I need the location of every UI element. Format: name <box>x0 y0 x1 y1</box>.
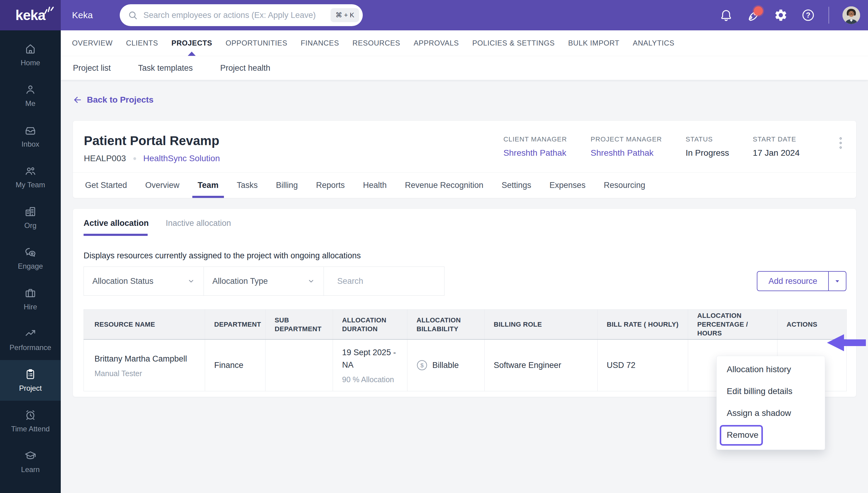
cell-resource-name: Brittany Martha Campbell Manual Tester <box>84 339 205 391</box>
nav-opportunities[interactable]: OPPORTUNITIES <box>225 30 287 56</box>
duration-value: 19 Sept 2025 - NA <box>342 346 404 371</box>
sidebar-item-inbox[interactable]: Inbox <box>0 116 61 157</box>
project-code: HEALP003 <box>84 154 126 163</box>
nav-finances[interactable]: FINANCES <box>301 30 339 56</box>
project-manager-link[interactable]: Shreshth Pathak <box>591 148 662 158</box>
tab-active-allocation[interactable]: Active allocation <box>84 219 149 236</box>
meta-start-date: START DATE 17 Jan 2024 <box>753 135 800 158</box>
tab-overview[interactable]: Overview <box>145 173 180 198</box>
tab-expenses[interactable]: Expenses <box>550 173 586 198</box>
sidebar-item-performance[interactable]: Performance <box>0 319 61 360</box>
col-bill-rate: BILL RATE ( HOURLY) <box>598 309 688 340</box>
meta-status: STATUS In Progress <box>686 135 729 158</box>
col-allocation-percentage: ALLOCATION PERCENTAGE / HOURS <box>688 309 778 340</box>
help-icon[interactable]: ? <box>801 8 815 22</box>
tab-reports[interactable]: Reports <box>316 173 345 198</box>
back-to-projects-link[interactable]: Back to Projects <box>73 95 153 105</box>
tab-settings[interactable]: Settings <box>502 173 531 198</box>
global-search-input[interactable] <box>143 10 331 20</box>
cell-department: Finance <box>205 339 266 391</box>
cell-bill-rate: USD 72 <box>598 339 688 391</box>
resource-search[interactable] <box>324 267 444 295</box>
user-icon <box>24 84 37 95</box>
menu-item-remove[interactable]: Remove <box>717 424 825 446</box>
nav-projects[interactable]: PROJECTS <box>171 30 212 56</box>
chevron-down-icon <box>307 277 315 285</box>
billability-value: Billable <box>432 359 459 371</box>
nav-bulk-import[interactable]: BULK IMPORT <box>568 30 619 56</box>
tab-team[interactable]: Team <box>198 173 219 198</box>
nav-approvals[interactable]: APPROVALS <box>413 30 459 56</box>
menu-item-assign-a-shadow[interactable]: Assign a shadow <box>717 402 825 424</box>
briefcase-icon <box>24 287 37 299</box>
project-kebab-menu-icon[interactable] <box>836 135 845 152</box>
sidebar-item-label: Org <box>24 221 37 230</box>
nav-policies-settings[interactable]: POLICIES & SETTINGS <box>472 30 555 56</box>
project-tabs: Get Started Overview Team Tasks Billing … <box>73 172 856 198</box>
cell-allocation-duration: 19 Sept 2025 - NA 90 % Allocation <box>333 339 408 391</box>
client-link[interactable]: HealthSync Solution <box>143 154 220 163</box>
keka-logo[interactable]: keka <box>0 0 61 30</box>
table-header-row: RESOURCE NAME DEPARTMENT SUB DEPARTMENT … <box>84 309 847 340</box>
sub-nav: Project list Task templates Project heal… <box>61 56 868 80</box>
sidebar-item-my-team[interactable]: My Team <box>0 157 61 197</box>
allocation-type-label: Allocation Type <box>212 277 268 286</box>
main-nav: OVERVIEW CLIENTS PROJECTS OPPORTUNITIES … <box>61 30 868 56</box>
sidebar-item-label: Home <box>21 59 40 67</box>
app-screen: keka Keka ⌘ + K <box>0 0 868 493</box>
sidebar-item-project[interactable]: Project <box>0 360 61 401</box>
cell-sub-department <box>266 339 333 391</box>
gear-icon[interactable] <box>774 8 788 22</box>
nav-overview[interactable]: OVERVIEW <box>72 30 113 56</box>
sidebar-item-org[interactable]: Org <box>0 197 61 238</box>
subnav-project-health[interactable]: Project health <box>220 63 270 73</box>
bell-icon[interactable] <box>719 8 733 22</box>
menu-item-edit-billing-details[interactable]: Edit billing details <box>717 380 825 402</box>
sidebar-item-label: Time Attend <box>11 425 49 433</box>
subnav-project-list[interactable]: Project list <box>73 63 111 73</box>
user-avatar[interactable] <box>843 6 860 24</box>
subnav-task-templates[interactable]: Task templates <box>138 63 193 73</box>
allocation-status-select[interactable]: Allocation Status <box>84 267 204 295</box>
sidebar-item-hire[interactable]: Hire <box>0 279 61 319</box>
col-allocation-duration: ALLOCATION DURATION <box>333 309 408 340</box>
sidebar-item-learn[interactable]: Learn <box>0 442 61 482</box>
sidebar-item-label: My Team <box>16 180 45 189</box>
col-actions: ACTIONS <box>778 309 847 340</box>
tab-tasks[interactable]: Tasks <box>237 173 257 198</box>
tab-billing[interactable]: Billing <box>276 173 298 198</box>
tab-resourcing[interactable]: Resourcing <box>604 173 645 198</box>
menu-item-allocation-history[interactable]: Allocation history <box>717 359 825 380</box>
tab-revenue-recognition[interactable]: Revenue Recognition <box>405 173 483 198</box>
project-head: Patient Portal Revamp HEALP003 HealthSyn… <box>73 121 856 172</box>
add-resource-caret[interactable] <box>828 272 846 291</box>
tab-health[interactable]: Health <box>363 173 387 198</box>
sidebar-item-label: Performance <box>9 343 51 352</box>
nav-clients[interactable]: CLIENTS <box>126 30 158 56</box>
resource-search-input[interactable] <box>337 277 445 286</box>
topbar: keka Keka ⌘ + K <box>0 0 868 30</box>
search-icon <box>128 10 138 20</box>
tab-inactive-allocation[interactable]: Inactive allocation <box>166 219 231 236</box>
chevron-down-icon <box>187 277 195 285</box>
cell-billing-role: Software Engineer <box>484 339 598 391</box>
col-resource-name: RESOURCE NAME <box>84 309 205 340</box>
allocation-tabs: Active allocation Inactive allocation <box>84 219 846 236</box>
nav-analytics[interactable]: ANALYTICS <box>633 30 675 56</box>
global-search[interactable]: ⌘ + K <box>120 4 363 26</box>
sidebar-item-engage[interactable]: Engage <box>0 238 61 279</box>
time-icon <box>24 409 37 421</box>
tab-get-started[interactable]: Get Started <box>85 173 127 198</box>
sidebar-item-time-attend[interactable]: Time Attend <box>0 401 61 442</box>
client-manager-link[interactable]: Shreshth Pathak <box>503 148 567 158</box>
nav-resources[interactable]: RESOURCES <box>352 30 400 56</box>
allocation-type-select[interactable]: Allocation Type <box>204 267 324 295</box>
project-icon <box>24 368 37 380</box>
sidebar-item-label: Me <box>25 99 35 108</box>
org-icon <box>24 206 37 218</box>
rocket-icon[interactable] <box>746 8 761 22</box>
sidebar-item-me[interactable]: Me <box>0 75 61 116</box>
resource-role: Manual Tester <box>95 369 201 378</box>
sidebar-item-home[interactable]: Home <box>0 35 61 75</box>
add-resource-label[interactable]: Add resource <box>758 272 828 291</box>
